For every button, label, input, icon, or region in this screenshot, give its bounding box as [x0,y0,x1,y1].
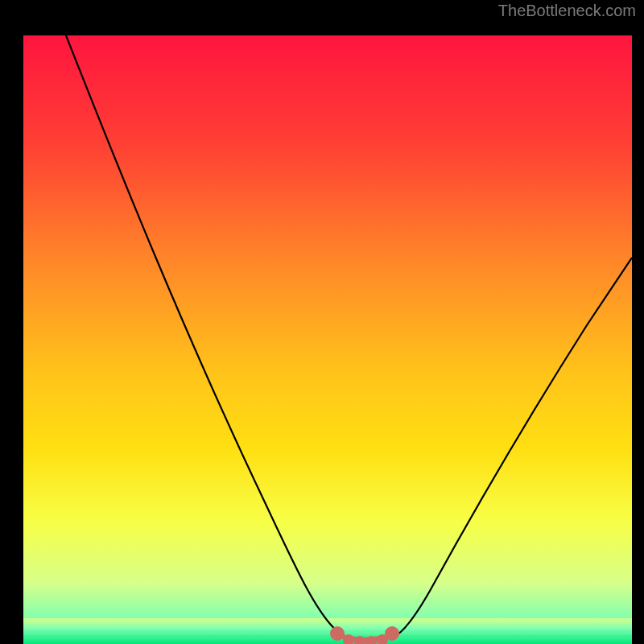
svg-point-4 [368,638,374,644]
gradient-background [23,35,632,644]
svg-point-2 [345,637,352,643]
chart-frame [6,18,638,638]
svg-point-5 [379,637,386,643]
svg-point-3 [357,638,363,644]
bottleneck-chart [23,35,632,644]
